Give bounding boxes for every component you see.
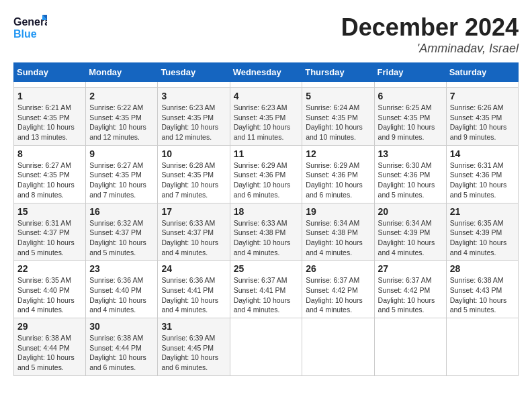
day-info: Sunrise: 6:38 AMSunset: 4:44 PMDaylight:… (89, 333, 154, 373)
day-info: Sunrise: 6:37 AMSunset: 4:41 PMDaylight:… (234, 275, 299, 315)
day-info: Sunrise: 6:28 AMSunset: 4:35 PMDaylight:… (161, 161, 226, 200)
day-info: Sunrise: 6:27 AMSunset: 4:35 PMDaylight:… (89, 161, 154, 200)
calendar-cell (14, 82, 86, 88)
day-number: 8 (17, 148, 82, 159)
day-number: 5 (306, 91, 370, 101)
day-number: 17 (161, 206, 226, 217)
day-number: 7 (450, 91, 515, 101)
calendar-cell: 17Sunrise: 6:33 AMSunset: 4:37 PMDayligh… (158, 203, 230, 261)
calendar-cell: 20Sunrise: 6:34 AMSunset: 4:39 PMDayligh… (374, 203, 446, 261)
day-number: 20 (378, 206, 443, 217)
calendar-cell: 29Sunrise: 6:38 AMSunset: 4:44 PMDayligh… (14, 318, 86, 376)
month-title: December 2024 (341, 13, 519, 42)
day-number: 16 (89, 206, 154, 217)
page-header: General Blue December 2024 'Amminadav, I… (13, 13, 519, 56)
location-title: 'Amminadav, Israel (341, 42, 519, 56)
day-number: 28 (450, 263, 515, 274)
calendar-cell (302, 318, 374, 376)
day-info: Sunrise: 6:22 AMSunset: 4:35 PMDaylight:… (89, 103, 154, 142)
calendar-cell: 7Sunrise: 6:26 AMSunset: 4:35 PMDaylight… (446, 88, 518, 146)
day-info: Sunrise: 6:37 AMSunset: 4:42 PMDaylight:… (306, 275, 370, 315)
day-of-week-header: Thursday (302, 63, 374, 82)
calendar-cell: 31Sunrise: 6:39 AMSunset: 4:45 PMDayligh… (158, 318, 230, 376)
calendar-cell: 10Sunrise: 6:28 AMSunset: 4:35 PMDayligh… (158, 145, 230, 203)
calendar-cell: 3Sunrise: 6:23 AMSunset: 4:35 PMDaylight… (158, 88, 230, 146)
calendar-cell: 26Sunrise: 6:37 AMSunset: 4:42 PMDayligh… (302, 261, 374, 318)
day-number: 29 (17, 321, 82, 332)
day-number: 24 (161, 263, 226, 274)
svg-text:Blue: Blue (13, 28, 37, 40)
logo-icon: General Blue (13, 13, 47, 44)
day-info: Sunrise: 6:31 AMSunset: 4:37 PMDaylight:… (17, 218, 82, 258)
calendar-cell: 18Sunrise: 6:33 AMSunset: 4:38 PMDayligh… (230, 203, 302, 261)
day-info: Sunrise: 6:23 AMSunset: 4:35 PMDaylight:… (161, 103, 226, 142)
day-info: Sunrise: 6:32 AMSunset: 4:37 PMDaylight:… (89, 218, 154, 258)
calendar-cell: 13Sunrise: 6:30 AMSunset: 4:36 PMDayligh… (374, 145, 446, 203)
day-of-week-header: Sunday (14, 63, 86, 82)
day-info: Sunrise: 6:37 AMSunset: 4:42 PMDaylight:… (378, 275, 443, 315)
day-number: 11 (234, 148, 299, 159)
calendar-cell (230, 82, 302, 88)
day-info: Sunrise: 6:27 AMSunset: 4:35 PMDaylight:… (17, 161, 82, 200)
calendar-cell: 2Sunrise: 6:22 AMSunset: 4:35 PMDaylight… (86, 88, 158, 146)
calendar-week-row: 8Sunrise: 6:27 AMSunset: 4:35 PMDaylight… (14, 145, 519, 203)
day-of-week-header: Monday (86, 63, 158, 82)
day-info: Sunrise: 6:23 AMSunset: 4:35 PMDaylight:… (234, 103, 299, 142)
calendar-week-row: 22Sunrise: 6:35 AMSunset: 4:40 PMDayligh… (14, 261, 519, 318)
calendar-week-row: 29Sunrise: 6:38 AMSunset: 4:44 PMDayligh… (14, 318, 519, 376)
calendar-cell: 27Sunrise: 6:37 AMSunset: 4:42 PMDayligh… (374, 261, 446, 318)
day-info: Sunrise: 6:35 AMSunset: 4:39 PMDaylight:… (450, 218, 515, 258)
calendar-cell: 15Sunrise: 6:31 AMSunset: 4:37 PMDayligh… (14, 203, 86, 261)
day-of-week-header: Saturday (446, 63, 518, 82)
title-section: December 2024 'Amminadav, Israel (341, 13, 519, 56)
calendar-cell (230, 318, 302, 376)
day-of-week-header: Tuesday (158, 63, 230, 82)
day-number: 10 (161, 148, 226, 159)
day-number: 12 (306, 148, 370, 159)
calendar-cell (302, 82, 374, 88)
calendar-cell: 16Sunrise: 6:32 AMSunset: 4:37 PMDayligh… (86, 203, 158, 261)
day-number: 15 (17, 206, 82, 217)
calendar-cell: 28Sunrise: 6:38 AMSunset: 4:43 PMDayligh… (446, 261, 518, 318)
calendar-cell: 4Sunrise: 6:23 AMSunset: 4:35 PMDaylight… (230, 88, 302, 146)
calendar-cell: 8Sunrise: 6:27 AMSunset: 4:35 PMDaylight… (14, 145, 86, 203)
day-info: Sunrise: 6:38 AMSunset: 4:43 PMDaylight:… (450, 275, 515, 315)
day-info: Sunrise: 6:29 AMSunset: 4:36 PMDaylight:… (234, 161, 299, 200)
day-info: Sunrise: 6:21 AMSunset: 4:35 PMDaylight:… (17, 103, 82, 142)
calendar-cell: 12Sunrise: 6:29 AMSunset: 4:36 PMDayligh… (302, 145, 374, 203)
day-info: Sunrise: 6:33 AMSunset: 4:38 PMDaylight:… (234, 218, 299, 258)
calendar-cell: 11Sunrise: 6:29 AMSunset: 4:36 PMDayligh… (230, 145, 302, 203)
calendar-cell (374, 318, 446, 376)
day-number: 30 (89, 321, 154, 332)
calendar-week-row: 1Sunrise: 6:21 AMSunset: 4:35 PMDaylight… (14, 88, 519, 146)
day-info: Sunrise: 6:35 AMSunset: 4:40 PMDaylight:… (17, 275, 82, 315)
calendar-cell: 19Sunrise: 6:34 AMSunset: 4:38 PMDayligh… (302, 203, 374, 261)
day-number: 4 (234, 91, 299, 101)
day-number: 19 (306, 206, 370, 217)
day-number: 1 (17, 91, 82, 101)
day-number: 14 (450, 148, 515, 159)
calendar-cell (446, 318, 518, 376)
day-info: Sunrise: 6:26 AMSunset: 4:35 PMDaylight:… (450, 103, 515, 142)
calendar-table: SundayMondayTuesdayWednesdayThursdayFrid… (13, 62, 519, 376)
day-number: 23 (89, 263, 154, 274)
calendar-cell: 6Sunrise: 6:25 AMSunset: 4:35 PMDaylight… (374, 88, 446, 146)
day-number: 9 (89, 148, 154, 159)
calendar-cell: 9Sunrise: 6:27 AMSunset: 4:35 PMDaylight… (86, 145, 158, 203)
calendar-cell: 23Sunrise: 6:36 AMSunset: 4:40 PMDayligh… (86, 261, 158, 318)
day-number: 3 (161, 91, 226, 101)
calendar-cell: 22Sunrise: 6:35 AMSunset: 4:40 PMDayligh… (14, 261, 86, 318)
day-info: Sunrise: 6:33 AMSunset: 4:37 PMDaylight:… (161, 218, 226, 258)
day-number: 26 (306, 263, 370, 274)
day-number: 27 (378, 263, 443, 274)
day-of-week-header: Wednesday (230, 63, 302, 82)
calendar-cell: 25Sunrise: 6:37 AMSunset: 4:41 PMDayligh… (230, 261, 302, 318)
day-info: Sunrise: 6:39 AMSunset: 4:45 PMDaylight:… (161, 333, 226, 373)
calendar-cell: 5Sunrise: 6:24 AMSunset: 4:35 PMDaylight… (302, 88, 374, 146)
day-number: 6 (378, 91, 443, 101)
calendar-week-row (14, 82, 519, 88)
day-number: 31 (161, 321, 226, 332)
day-info: Sunrise: 6:34 AMSunset: 4:38 PMDaylight:… (306, 218, 370, 258)
day-number: 13 (378, 148, 443, 159)
calendar-cell (158, 82, 230, 88)
